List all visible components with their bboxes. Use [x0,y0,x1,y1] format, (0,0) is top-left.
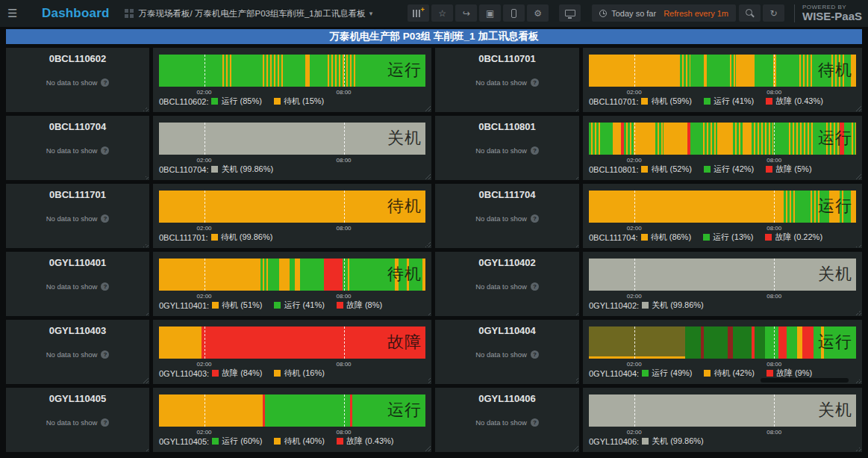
resize-handle[interactable] [143,106,149,111]
legend-item[interactable]: 故障 (0.43%) [766,96,823,107]
resize-handle[interactable] [143,174,149,179]
status-timeline-bar[interactable] [589,55,856,87]
status-timeline-bar[interactable] [589,123,856,155]
resize-handle[interactable] [143,446,149,451]
resize-handle[interactable] [573,310,578,315]
resize-handle[interactable] [573,242,578,247]
panel-title[interactable]: 0BCL110602 [6,53,149,64]
legend-item[interactable]: 待机 (40%) [274,436,324,447]
help-icon[interactable]: ? [101,214,109,223]
resize-handle[interactable] [425,310,431,315]
status-timeline-bar[interactable] [159,259,425,291]
legend-item[interactable]: 运行 (13%) [703,232,753,243]
legend-item[interactable]: 待机 (51%) [212,300,262,311]
legend-item[interactable]: 运行 (42%) [704,164,754,175]
share-button[interactable]: ↪ [455,4,477,22]
resize-handle[interactable] [856,242,861,247]
legend-item[interactable]: 运行 (49%) [642,368,692,379]
status-timeline-bar[interactable] [159,327,425,359]
panel-title[interactable]: 0GYL110402 [435,257,579,268]
resize-handle[interactable] [573,174,578,179]
help-icon[interactable]: ? [101,146,109,155]
settings-button[interactable]: ⚙ [527,4,549,22]
legend-item[interactable]: 故障 (0.43%) [337,436,394,447]
status-timeline-bar[interactable] [159,394,425,427]
resize-handle[interactable] [856,174,861,179]
breadcrumb[interactable]: 万泰现场看板/ 万泰机电生产部P03组车削班_1加工讯息看板 [139,8,366,19]
panel-title[interactable]: 0GYL110404 [435,325,579,336]
panel-title[interactable]: 0BCL110701 [435,53,579,64]
mobile-view-button[interactable] [503,4,525,22]
help-icon[interactable]: ? [531,418,539,427]
panel-title[interactable]: 0BCL110801 [435,121,579,132]
legend-item[interactable]: 关机 (99.86%) [642,300,704,311]
help-icon[interactable]: ? [531,214,539,223]
resize-handle[interactable] [856,446,861,451]
resize-handle[interactable] [143,378,149,383]
legend-item[interactable]: 待机 (99.86%) [211,232,273,243]
status-timeline-bar[interactable] [589,394,856,427]
resize-handle[interactable] [425,242,431,247]
legend-item[interactable]: 故障 (8%) [337,300,382,311]
panel-title[interactable]: 0GYL110406 [435,393,579,404]
status-timeline-bar[interactable] [159,123,425,155]
app-logo[interactable]: Dashboard [42,6,110,21]
legend-item[interactable]: 运行 (41%) [274,300,324,311]
star-button[interactable]: ☆ [431,4,453,22]
legend-item[interactable]: 关机 (99.86%) [211,164,273,175]
help-icon[interactable]: ? [531,146,539,155]
resize-handle[interactable] [425,174,431,179]
save-button[interactable]: ▣ [479,4,501,22]
status-timeline-bar[interactable] [589,259,856,291]
help-icon[interactable]: ? [101,78,109,87]
status-timeline-bar[interactable] [159,55,425,87]
legend-item[interactable]: 运行 (60%) [212,436,262,447]
resize-handle[interactable] [425,106,431,111]
legend-item[interactable]: 故障 (5%) [766,164,811,175]
status-timeline-bar[interactable] [589,191,856,223]
help-icon[interactable]: ? [101,418,109,427]
resize-handle[interactable] [856,106,861,111]
legend-item[interactable]: 待机 (59%) [641,96,691,107]
panel-title[interactable]: 0GYL110401 [6,257,149,268]
legend-item[interactable]: 待机 (86%) [641,232,691,243]
legend-item[interactable]: 待机 (15%) [274,96,324,107]
refresh-button[interactable]: ↻ [763,4,784,22]
legend-item[interactable]: 故障 (84%) [212,368,262,379]
panel-title[interactable]: 0BCL110704 [6,121,149,132]
legend-item[interactable]: 运行 (85%) [211,96,261,107]
resize-handle[interactable] [573,106,578,111]
resize-handle[interactable] [573,378,578,383]
legend-item[interactable]: 故障 (9%) [766,368,812,379]
legend-item[interactable]: 运行 (41%) [704,96,754,107]
time-range-picker[interactable]: Today so far Refresh every 1m [592,4,736,22]
resize-handle[interactable] [425,378,431,383]
resize-handle[interactable] [143,242,149,247]
help-icon[interactable]: ? [531,78,539,87]
panel-title[interactable]: 0BCL111704 [435,189,579,200]
legend-item[interactable]: 待机 (52%) [641,164,691,175]
menu-icon[interactable]: ☰ [7,7,25,20]
status-timeline-bar[interactable] [159,191,425,223]
panel-title[interactable]: 0BCL111701 [6,189,149,200]
chevron-down-icon[interactable]: ▾ [369,10,373,17]
legend-item[interactable]: 待机 (16%) [274,368,324,379]
legend-item[interactable]: 关机 (99.86%) [642,436,704,447]
resize-handle[interactable] [573,446,578,451]
panel-title[interactable]: 0GYL110405 [6,393,149,404]
tv-mode-button[interactable] [559,4,581,22]
legend-item[interactable]: 待机 (42%) [704,368,754,379]
resize-handle[interactable] [856,310,861,315]
resize-handle[interactable] [143,310,149,315]
add-panel-button[interactable]: + [408,4,429,22]
help-icon[interactable]: ? [101,282,109,291]
legend-item[interactable]: 故障 (0.22%) [765,232,822,243]
help-icon[interactable]: ? [531,350,539,359]
resize-handle[interactable] [856,378,861,383]
panel-title[interactable]: 0GYL110403 [6,325,149,336]
help-icon[interactable]: ? [101,350,109,359]
help-icon[interactable]: ? [531,282,539,291]
zoom-out-button[interactable] [739,4,761,22]
status-timeline-bar[interactable] [589,327,856,359]
resize-handle[interactable] [425,446,431,451]
